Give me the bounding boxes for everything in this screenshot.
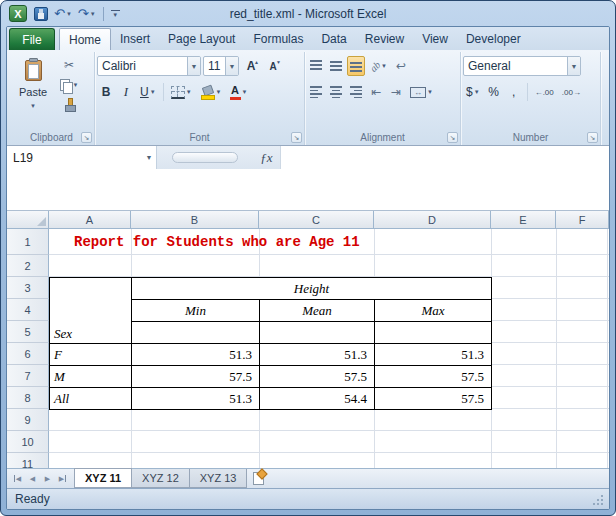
increase-decimal-button[interactable]: ←.00: [532, 82, 557, 102]
row-header-2[interactable]: 2: [7, 255, 49, 277]
cell-f-min[interactable]: 51.3: [132, 344, 260, 366]
cell-sex-header[interactable]: Sex: [50, 278, 132, 344]
row-header-9[interactable]: 9: [7, 409, 49, 431]
cell-max-header[interactable]: Max: [375, 300, 492, 322]
row-header-8[interactable]: 8: [7, 387, 49, 409]
name-box[interactable]: L19 ▼: [7, 146, 157, 169]
grow-font-button[interactable]: A▲: [241, 56, 261, 76]
column-header-c[interactable]: C: [259, 211, 374, 229]
first-sheet-button[interactable]: ◀: [11, 472, 24, 486]
decrease-indent-button[interactable]: ⇤: [367, 82, 385, 102]
tab-page-layout[interactable]: Page Layout: [159, 28, 244, 50]
tab-file[interactable]: File: [9, 28, 55, 50]
number-format-combo[interactable]: General▼: [463, 56, 581, 76]
cell-all-mean[interactable]: 54.4: [260, 388, 375, 410]
column-header-b[interactable]: B: [131, 211, 259, 229]
font-name-combo[interactable]: Calibri▼: [97, 56, 201, 76]
tab-insert[interactable]: Insert: [111, 28, 159, 50]
bottom-align-button[interactable]: [347, 56, 365, 76]
row-header-4[interactable]: 4: [7, 299, 49, 321]
column-header-a[interactable]: A: [49, 211, 131, 229]
select-all-button[interactable]: [7, 211, 49, 229]
cell-m-max[interactable]: 57.5: [375, 366, 492, 388]
align-left-button[interactable]: [307, 82, 325, 102]
cell-all-min[interactable]: 51.3: [132, 388, 260, 410]
save-button[interactable]: [32, 5, 50, 23]
cell-row-label-m[interactable]: M: [50, 366, 132, 388]
insert-worksheet-button[interactable]: [246, 469, 270, 488]
bold-button[interactable]: B: [97, 82, 115, 102]
shrink-font-button[interactable]: A▼: [263, 56, 283, 76]
top-align-button[interactable]: [307, 56, 325, 76]
column-header-d[interactable]: D: [374, 211, 491, 229]
decrease-decimal-button[interactable]: .00→: [559, 82, 584, 102]
alignment-dialog-launcher[interactable]: ↘: [447, 132, 458, 143]
row-header-11[interactable]: 11: [7, 453, 49, 468]
insert-function-button[interactable]: ƒx: [253, 146, 281, 169]
wrap-text-button[interactable]: ↩: [392, 56, 410, 76]
percent-style-button[interactable]: %: [485, 82, 503, 102]
tab-view[interactable]: View: [413, 28, 457, 50]
tab-review[interactable]: Review: [356, 28, 413, 50]
format-painter-button[interactable]: [56, 96, 82, 114]
tab-formulas[interactable]: Formulas: [244, 28, 312, 50]
row-header-5[interactable]: 5: [7, 321, 49, 343]
cell-f-max[interactable]: 51.3: [375, 344, 492, 366]
paste-button[interactable]: Paste ▼: [15, 55, 51, 113]
copy-button[interactable]: ▼: [56, 76, 82, 94]
formula-input[interactable]: [281, 146, 609, 169]
clipboard-dialog-launcher[interactable]: ↘: [81, 132, 92, 143]
cell-grid[interactable]: Report for Students who are Age 11 Sex H…: [49, 229, 609, 468]
previous-sheet-button[interactable]: ◀: [26, 472, 39, 486]
cell-blank[interactable]: [375, 322, 492, 344]
cell-m-mean[interactable]: 57.5: [260, 366, 375, 388]
font-dialog-launcher[interactable]: ↘: [291, 132, 302, 143]
cell-blank[interactable]: [260, 322, 375, 344]
fill-color-button[interactable]: ▼: [197, 82, 225, 102]
number-dialog-launcher[interactable]: ↘: [587, 132, 598, 143]
tab-home[interactable]: Home: [59, 28, 111, 50]
font-size-combo[interactable]: 11▼: [203, 56, 239, 76]
report-title-cell[interactable]: Report for Students who are Age 11: [49, 229, 360, 255]
undo-button[interactable]: ↶▼: [52, 5, 74, 23]
column-header-f[interactable]: F: [556, 211, 609, 229]
redo-button[interactable]: ↷▼: [76, 5, 98, 23]
last-sheet-button[interactable]: ▶: [56, 472, 69, 486]
align-center-button[interactable]: [327, 82, 345, 102]
row-header-7[interactable]: 7: [7, 365, 49, 387]
tab-developer[interactable]: Developer: [457, 28, 530, 50]
cell-row-label-all[interactable]: All: [50, 388, 132, 410]
cut-button[interactable]: ✂: [56, 56, 82, 74]
cell-blank[interactable]: [132, 322, 260, 344]
sheet-tab-xyz-11[interactable]: XYZ 11: [74, 468, 132, 488]
cell-m-min[interactable]: 57.5: [132, 366, 260, 388]
row-header-1[interactable]: 1: [7, 229, 49, 255]
sheet-tab-xyz-12[interactable]: XYZ 12: [131, 469, 190, 488]
italic-button[interactable]: I: [117, 82, 135, 102]
next-sheet-button[interactable]: ▶: [41, 472, 54, 486]
middle-align-button[interactable]: [327, 56, 345, 76]
qat-customize-button[interactable]: ▼: [109, 5, 122, 23]
underline-button[interactable]: U▼: [137, 82, 159, 102]
row-header-6[interactable]: 6: [7, 343, 49, 365]
cell-f-mean[interactable]: 51.3: [260, 344, 375, 366]
font-color-button[interactable]: A▼: [227, 82, 251, 102]
increase-indent-button[interactable]: ⇥: [387, 82, 405, 102]
comma-style-button[interactable]: ,: [505, 82, 523, 102]
formula-bar-handle[interactable]: [172, 152, 238, 163]
align-right-button[interactable]: [347, 82, 365, 102]
orientation-button[interactable]: ab▼: [367, 56, 390, 76]
accounting-format-button[interactable]: $▼: [463, 82, 483, 102]
sheet-tab-xyz-13[interactable]: XYZ 13: [189, 469, 248, 488]
resize-grip[interactable]: [593, 495, 595, 497]
cell-row-label-f[interactable]: F: [50, 344, 132, 366]
merge-center-button[interactable]: ↔▼: [407, 82, 436, 102]
row-header-3[interactable]: 3: [7, 277, 49, 299]
cell-all-max[interactable]: 57.5: [375, 388, 492, 410]
column-header-e[interactable]: E: [491, 211, 556, 229]
cell-mean-header[interactable]: Mean: [260, 300, 375, 322]
cell-height-header[interactable]: Height: [132, 278, 492, 300]
tab-data[interactable]: Data: [312, 28, 355, 50]
cell-min-header[interactable]: Min: [132, 300, 260, 322]
borders-button[interactable]: ▼: [168, 82, 195, 102]
